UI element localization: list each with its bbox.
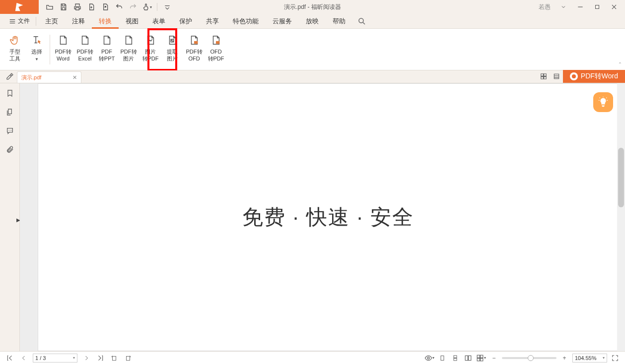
ribbon-collapse-icon[interactable]: ˆ: [619, 62, 621, 69]
open-icon[interactable]: [45, 2, 55, 12]
menu-feature[interactable]: 特色功能: [226, 14, 266, 29]
menu-present[interactable]: 放映: [299, 14, 326, 29]
maximize-button[interactable]: [590, 1, 604, 12]
left-sidebar: ▶: [0, 83, 20, 351]
svg-point-6: [8, 130, 9, 130]
page-number-input[interactable]: 1 / 3▾: [33, 354, 77, 363]
draw-tool-icon[interactable]: [3, 70, 17, 83]
menu-cloud[interactable]: 云服务: [266, 14, 299, 29]
attachment-icon[interactable]: [5, 145, 15, 155]
visibility-icon[interactable]: ▾: [424, 353, 434, 363]
two-page-icon[interactable]: [463, 353, 473, 363]
menu-home[interactable]: 主页: [38, 14, 65, 29]
save-icon[interactable]: [59, 2, 69, 12]
menu-comment[interactable]: 注释: [65, 14, 92, 29]
zoom-slider-knob[interactable]: [528, 355, 534, 361]
svg-point-11: [427, 357, 429, 359]
doc-add-icon[interactable]: [86, 2, 96, 12]
minimize-button[interactable]: [573, 1, 587, 12]
extract-image-button[interactable]: 提取图片: [161, 32, 183, 67]
document-canvas[interactable]: 免费 · 快速 · 安全: [20, 83, 625, 351]
zoom-in-icon[interactable]: +: [559, 353, 569, 363]
rotate-right-icon[interactable]: [123, 353, 133, 363]
doc-icon: [79, 34, 91, 46]
svg-rect-10: [127, 356, 130, 360]
ofd-to-pdf-button[interactable]: OFD转PDF: [205, 32, 227, 67]
ribbon-toolbar: 手型工具 选择▼ PDF转Word PDF转Excel PDF转PPT PDF转…: [0, 29, 625, 70]
continuous-page-icon[interactable]: [450, 353, 460, 363]
pdf-to-ppt-button[interactable]: PDF转PPT: [96, 32, 118, 67]
user-label[interactable]: 若愚: [539, 3, 551, 11]
zoom-level-input[interactable]: 104.55%▾: [572, 354, 607, 363]
text-select-icon: [31, 34, 43, 46]
pdf-to-word-button[interactable]: PDF转Word: [52, 32, 74, 67]
menu-help[interactable]: 帮助: [326, 14, 352, 29]
undo-icon[interactable]: [114, 2, 124, 12]
bookmark-icon[interactable]: [5, 88, 15, 98]
touch-icon[interactable]: ▾: [142, 2, 152, 12]
prev-page-icon[interactable]: [19, 353, 29, 363]
menu-form[interactable]: 表单: [145, 14, 172, 29]
close-button[interactable]: [607, 1, 621, 12]
qat-customize-icon[interactable]: [162, 2, 172, 12]
menu-bar: 文件 主页 注释 转换 视图 表单 保护 共享 特色功能 云服务 放映 帮助: [0, 14, 625, 29]
menu-share[interactable]: 共享: [199, 14, 226, 29]
svg-rect-17: [477, 355, 480, 358]
close-tab-icon[interactable]: ✕: [72, 74, 77, 81]
two-page-continuous-icon[interactable]: ▾: [476, 353, 486, 363]
window-title: 演示.pdf - 福昕阅读器: [284, 3, 341, 11]
document-tab-label: 演示.pdf: [21, 74, 41, 81]
menu-protect[interactable]: 保护: [172, 14, 199, 29]
circle-icon: [570, 72, 578, 80]
grid-view-icon[interactable]: [537, 70, 550, 83]
svg-rect-3: [216, 41, 219, 44]
window-controls: 若愚: [539, 1, 625, 12]
user-dropdown-icon[interactable]: [556, 1, 570, 12]
svg-point-1: [359, 18, 363, 23]
status-bar: 1 / 3▾ ▾ ▾ − + 104.55%▾: [0, 351, 625, 364]
single-page-icon[interactable]: [437, 353, 447, 363]
hint-bulb-button[interactable]: [593, 92, 613, 112]
rotate-left-icon[interactable]: [109, 353, 119, 363]
pdf-to-ofd-button[interactable]: PDF转OFD: [183, 32, 205, 67]
redo-icon[interactable]: [128, 2, 138, 12]
app-logo: [0, 0, 39, 14]
doc-ofd-icon: [188, 34, 200, 46]
pdf-to-word-quick-button[interactable]: PDF转Word: [563, 70, 625, 83]
comment-icon[interactable]: [5, 126, 15, 136]
svg-rect-20: [481, 358, 483, 361]
hand-tool-button[interactable]: 手型工具: [4, 32, 26, 67]
doc-icon: [123, 34, 135, 46]
fullscreen-icon[interactable]: [610, 353, 620, 363]
svg-rect-19: [477, 358, 480, 361]
document-tab[interactable]: 演示.pdf ✕: [17, 71, 81, 83]
print-icon[interactable]: [72, 2, 82, 12]
image-to-pdf-button[interactable]: 图片转PDF: [139, 32, 161, 67]
pdf-to-excel-button[interactable]: PDF转Excel: [74, 32, 96, 67]
svg-rect-2: [194, 41, 198, 44]
zoom-out-icon[interactable]: −: [489, 353, 499, 363]
svg-rect-13: [454, 356, 457, 358]
menu-file[interactable]: 文件: [5, 17, 34, 25]
vertical-scrollbar[interactable]: [617, 83, 625, 351]
doc-export-icon[interactable]: [100, 2, 110, 12]
menu-view[interactable]: 视图: [119, 14, 145, 29]
zoom-slider[interactable]: [502, 357, 556, 359]
last-page-icon[interactable]: [95, 353, 105, 363]
svg-point-7: [10, 130, 10, 130]
svg-rect-12: [441, 356, 444, 360]
list-view-icon[interactable]: [550, 70, 563, 83]
doc-ofd-icon: [210, 34, 222, 46]
next-page-icon[interactable]: [81, 353, 91, 363]
pages-icon[interactable]: [5, 107, 15, 117]
svg-rect-18: [481, 355, 483, 358]
search-icon[interactable]: [357, 17, 366, 26]
quick-access-toolbar: ▾: [45, 2, 172, 12]
select-tool-button[interactable]: 选择▼: [26, 32, 48, 67]
pdf-to-image-button[interactable]: PDF转图片: [118, 32, 139, 67]
extract-image-icon: [166, 34, 178, 46]
first-page-icon[interactable]: [5, 353, 15, 363]
menu-separator: [36, 17, 36, 26]
menu-convert[interactable]: 转换: [92, 14, 119, 29]
scrollbar-thumb[interactable]: [618, 148, 624, 207]
